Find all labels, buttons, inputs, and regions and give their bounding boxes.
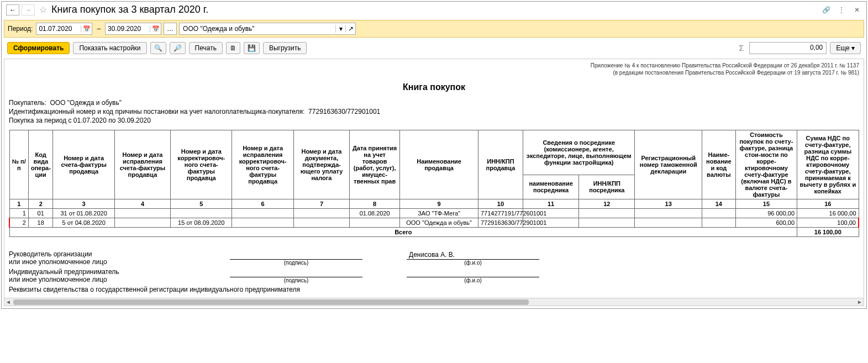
col-header-7: Номер и дата документа, подтвержда-ющего…	[293, 130, 349, 199]
total-label: Всего	[9, 228, 797, 237]
zoom-out-icon[interactable]: 🔎	[170, 42, 186, 54]
purchase-book-table: № п/п Код вида опера-ции Номер и дата сч…	[9, 130, 859, 237]
period-label: Период:	[8, 25, 33, 33]
col-header-14: Наиме-нование и код валюты	[702, 130, 735, 199]
column-number: 11	[523, 199, 578, 209]
column-number: 5	[171, 199, 232, 209]
date-to-field[interactable]: 📅	[105, 23, 161, 35]
form-button[interactable]: Сформировать	[7, 42, 70, 54]
col-header-3: Номер и дата счета-фактуры продавца	[53, 130, 114, 199]
col-header-10: ИНН/КПП продавца	[478, 130, 523, 199]
table-cell	[702, 218, 735, 228]
table-cell: 01	[28, 209, 53, 218]
table-cell	[171, 209, 232, 218]
table-cell	[350, 218, 400, 228]
table-cell: ЗАО "ТФ-Мега"	[400, 209, 478, 218]
table-cell	[114, 209, 170, 218]
favorite-star-icon[interactable]: ☆	[39, 4, 47, 15]
table-cell: 15 от 08.09.2020	[171, 218, 232, 228]
table-cell	[232, 209, 293, 218]
column-number: 6	[232, 199, 293, 209]
table-cell	[114, 218, 170, 228]
column-number: 15	[735, 199, 797, 209]
print-button[interactable]: Печать	[189, 42, 223, 54]
table-cell	[293, 218, 349, 228]
column-number: 9	[400, 199, 478, 209]
report-area: Приложение № 4 к постановлению Правитель…	[4, 59, 864, 306]
table-cell	[232, 218, 293, 228]
link-icon[interactable]: 🔗	[821, 5, 831, 15]
col-header-16: Сумма НДС по счету-фактуре, разница сумм…	[797, 130, 859, 199]
appendix-note-1: Приложение № 4 к постановлению Правитель…	[9, 62, 859, 69]
signatures-block: Руководитель организации или иное уполно…	[9, 250, 859, 293]
toolbar: Сформировать Показать настройки 🔍 🔎 Печа…	[4, 40, 864, 56]
date-from-input[interactable]	[36, 24, 81, 34]
column-number: 8	[350, 199, 400, 209]
zoom-in-icon[interactable]: 🔍	[150, 42, 166, 54]
column-number: 7	[293, 199, 349, 209]
back-button[interactable]: ←	[6, 4, 19, 15]
col-header-15: Стоимость покупок по счету-фактуре, разн…	[735, 130, 797, 199]
table-cell	[635, 218, 702, 228]
date-to-input[interactable]	[106, 24, 150, 34]
inn-line: Идентификационный номер и код причины по…	[9, 108, 859, 115]
table-cell: 16 000,00	[797, 209, 859, 218]
date-from-field[interactable]: 📅	[36, 23, 92, 35]
more-button[interactable]: Еще ▾	[830, 42, 861, 54]
buyer-line: Покупатель: ООО "Одежда и обувь"	[9, 99, 859, 107]
filter-bar: Период: 📅 – 📅 … ▾ ↗	[4, 20, 864, 38]
table-cell: 01.08.2020	[350, 209, 400, 218]
organization-input[interactable]	[180, 24, 335, 34]
col-header-8: Дата принятия на учет товаров (работ, ус…	[350, 130, 400, 199]
table-cell: 96 000,00	[735, 209, 797, 218]
forward-button[interactable]: →	[22, 4, 35, 15]
table-cell	[579, 218, 635, 228]
fio-line	[407, 269, 539, 277]
column-number: 13	[635, 199, 702, 209]
table-row[interactable]: 2185 от 04.08.202015 от 08.09.2020ООО "О…	[9, 218, 859, 228]
organization-select[interactable]: ▾ ↗	[179, 23, 356, 35]
column-number: 16	[797, 199, 859, 209]
calendar-icon[interactable]: 📅	[150, 25, 161, 33]
sum-value-box[interactable]: 0,00	[749, 42, 827, 54]
horizontal-scrollbar[interactable]: ◄►	[4, 298, 864, 306]
column-number: 10	[478, 199, 523, 209]
col-header-5: Номер и дата корректировоч-ного счета-фа…	[171, 130, 232, 199]
table-cell	[635, 209, 702, 218]
col-header-9: Наименование продавца	[400, 130, 478, 199]
show-settings-button[interactable]: Показать настройки	[73, 42, 146, 54]
open-icon[interactable]: ↗	[345, 25, 355, 33]
range-dash: –	[97, 25, 101, 33]
dropdown-icon[interactable]: ▾	[335, 25, 345, 33]
fio-line: Денисова А. В.	[407, 251, 539, 260]
page-title: Книга покупок за 3 квартал 2020 г.	[51, 4, 208, 15]
close-icon[interactable]: ✕	[852, 5, 862, 15]
col-header-1: № п/п	[9, 130, 28, 199]
kebab-icon[interactable]: ⋮	[837, 5, 846, 15]
table-row[interactable]: 10131 от 01.08.202001.08.2020ЗАО "ТФ-Мег…	[9, 209, 859, 218]
titlebar: ← → ☆ Книга покупок за 3 квартал 2020 г.…	[2, 2, 866, 18]
total-vat: 16 100,00	[797, 228, 859, 237]
table-cell	[293, 209, 349, 218]
col-header-12: ИНН/КПП посредника	[579, 175, 635, 199]
period-line: Покупка за период с 01.07.2020 по 30.09.…	[9, 117, 859, 124]
column-number: 2	[28, 199, 53, 209]
table-cell: 100,00	[797, 218, 859, 228]
table-cell: 5 от 04.08.2020	[53, 218, 114, 228]
table-cell	[702, 209, 735, 218]
table-cell: 18	[28, 218, 53, 228]
table-cell: ООО "Одежда и обувь"	[400, 218, 478, 228]
col-header-11: наименование посредника	[523, 175, 578, 199]
column-number: 4	[114, 199, 170, 209]
col-header-mediator: Сведения о посреднике (комиссионере, аге…	[523, 130, 635, 175]
preview-icon[interactable]: 🗎	[226, 42, 240, 54]
sum-symbol: Σ	[739, 44, 744, 52]
period-picker-button[interactable]: …	[164, 23, 177, 35]
report-title: Книга покупок	[9, 82, 859, 92]
upload-button[interactable]: Выгрузить	[263, 42, 307, 54]
table-cell: 2	[9, 218, 28, 228]
col-header-13: Регистрационный номер таможенной деклара…	[635, 130, 702, 199]
column-number: 12	[579, 199, 635, 209]
calendar-icon[interactable]: 📅	[81, 25, 92, 33]
save-icon[interactable]: 💾	[244, 42, 260, 54]
